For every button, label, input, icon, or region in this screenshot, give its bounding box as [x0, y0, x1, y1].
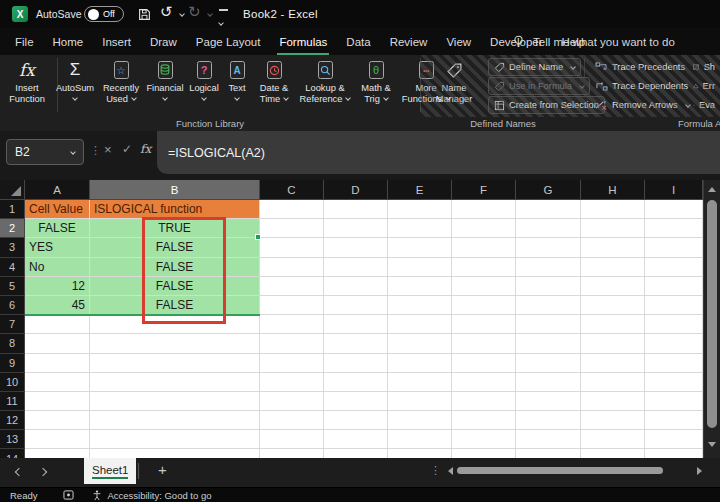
cell-E13[interactable] [388, 430, 452, 449]
cell-D6[interactable] [324, 296, 388, 315]
cell-G14[interactable] [516, 449, 581, 458]
cell-B5[interactable]: FALSE [90, 277, 260, 296]
cell-H6[interactable] [581, 296, 645, 315]
cell-D7[interactable] [324, 315, 388, 334]
column-header-G[interactable]: G [516, 180, 581, 200]
column-header-A[interactable]: A [25, 180, 90, 200]
menu-tab-review[interactable]: Review [388, 28, 430, 55]
cell-G10[interactable] [516, 373, 581, 392]
cell-E7[interactable] [388, 315, 452, 334]
cell-E6[interactable] [388, 296, 452, 315]
column-header-F[interactable]: F [452, 180, 516, 200]
cell-E2[interactable] [388, 219, 452, 238]
formula-bar-resize-handle[interactable]: ⋮ [90, 144, 101, 157]
column-header-B[interactable]: B [90, 180, 260, 200]
cell-F7[interactable] [452, 315, 516, 334]
cell-B7[interactable] [90, 315, 260, 334]
cell-G9[interactable] [516, 354, 581, 373]
accessibility-icon[interactable] [92, 490, 102, 501]
scrollbar-resize-handle[interactable]: ⋮ [430, 464, 441, 477]
trace-dependents-button[interactable]: Trace Dependents [590, 77, 693, 95]
tell-me-search[interactable]: Tell me what you want to do [512, 28, 675, 55]
sheet-tab-sheet1[interactable]: Sheet1 [84, 458, 136, 484]
insert-function-fx-icon[interactable]: fx [140, 142, 151, 156]
cell-I7[interactable] [645, 315, 703, 334]
scroll-down-icon[interactable] [708, 442, 716, 447]
cell-F4[interactable] [452, 258, 516, 277]
cell-G4[interactable] [516, 258, 581, 277]
cell-G8[interactable] [516, 334, 581, 353]
cell-A14[interactable] [25, 449, 90, 458]
menu-tab-data[interactable]: Data [344, 28, 372, 55]
menu-tab-page-layout[interactable]: Page Layout [194, 28, 263, 55]
previous-sheet-icon[interactable] [15, 468, 23, 476]
cell-I2[interactable] [645, 219, 703, 238]
cell-G2[interactable] [516, 219, 581, 238]
cell-A11[interactable] [25, 392, 90, 411]
cell-F10[interactable] [452, 373, 516, 392]
cell-I1[interactable] [645, 200, 703, 219]
cell-B14[interactable] [90, 449, 260, 458]
cell-H11[interactable] [581, 392, 645, 411]
cell-C8[interactable] [260, 334, 324, 353]
financial-button[interactable]: Financial [144, 57, 186, 100]
cell-F2[interactable] [452, 219, 516, 238]
row-header-12[interactable]: 12 [0, 411, 25, 430]
cell-E1[interactable] [388, 200, 452, 219]
autosave-toggle[interactable]: Off [84, 6, 124, 22]
date-time-button[interactable]: Date & Time [252, 57, 296, 105]
formula-input[interactable]: =ISLOGICAL(A2) [157, 131, 720, 174]
cell-C12[interactable] [260, 411, 324, 430]
select-all-corner[interactable] [0, 180, 25, 200]
trace-precedents-button[interactable]: Trace Precedents [590, 58, 690, 76]
cell-D4[interactable] [324, 258, 388, 277]
cell-G11[interactable] [516, 392, 581, 411]
cell-A4[interactable]: No [25, 258, 90, 277]
menu-tab-file[interactable]: File [13, 28, 36, 55]
name-box-dropdown-icon[interactable] [70, 149, 76, 155]
define-name-button[interactable]: Define Name [488, 58, 581, 76]
cancel-icon[interactable]: × [104, 142, 112, 157]
cell-F3[interactable] [452, 238, 516, 257]
cell-B1[interactable]: ISLOGICAL function [90, 200, 260, 219]
error-checking-button[interactable]: Err [688, 77, 720, 95]
save-button[interactable] [138, 7, 151, 25]
cell-C1[interactable] [260, 200, 324, 219]
cell-A13[interactable] [25, 430, 90, 449]
cell-H2[interactable] [581, 219, 645, 238]
cell-H13[interactable] [581, 430, 645, 449]
cell-I9[interactable] [645, 354, 703, 373]
column-header-E[interactable]: E [388, 180, 452, 200]
cell-F14[interactable] [452, 449, 516, 458]
cell-C13[interactable] [260, 430, 324, 449]
row-header-14[interactable]: 14 [0, 449, 25, 458]
cell-F5[interactable] [452, 277, 516, 296]
name-box[interactable]: B2 [6, 139, 84, 165]
cell-D5[interactable] [324, 277, 388, 296]
cell-B6[interactable]: FALSE [90, 296, 260, 315]
cell-I4[interactable] [645, 258, 703, 277]
cell-F12[interactable] [452, 411, 516, 430]
cell-C9[interactable] [260, 354, 324, 373]
selection-fill-handle[interactable] [255, 234, 261, 240]
cell-G13[interactable] [516, 430, 581, 449]
row-header-11[interactable]: 11 [0, 392, 25, 411]
scroll-up-icon[interactable] [708, 187, 716, 192]
cell-H1[interactable] [581, 200, 645, 219]
column-header-H[interactable]: H [581, 180, 645, 200]
cell-H4[interactable] [581, 258, 645, 277]
cell-B8[interactable] [90, 334, 260, 353]
cell-F8[interactable] [452, 334, 516, 353]
cell-H12[interactable] [581, 411, 645, 430]
cell-B12[interactable] [90, 411, 260, 430]
menu-tab-home[interactable]: Home [51, 28, 86, 55]
insert-function-button[interactable]: fx Insert Function [2, 57, 52, 105]
scroll-left-icon[interactable] [448, 467, 453, 475]
cell-I13[interactable] [645, 430, 703, 449]
row-header-6[interactable]: 6 [0, 296, 25, 315]
cell-D11[interactable] [324, 392, 388, 411]
menu-tab-formulas[interactable]: Formulas [277, 28, 329, 55]
cell-A1[interactable]: Cell Value [25, 200, 90, 219]
cell-F6[interactable] [452, 296, 516, 315]
row-header-2[interactable]: 2 [0, 219, 25, 238]
